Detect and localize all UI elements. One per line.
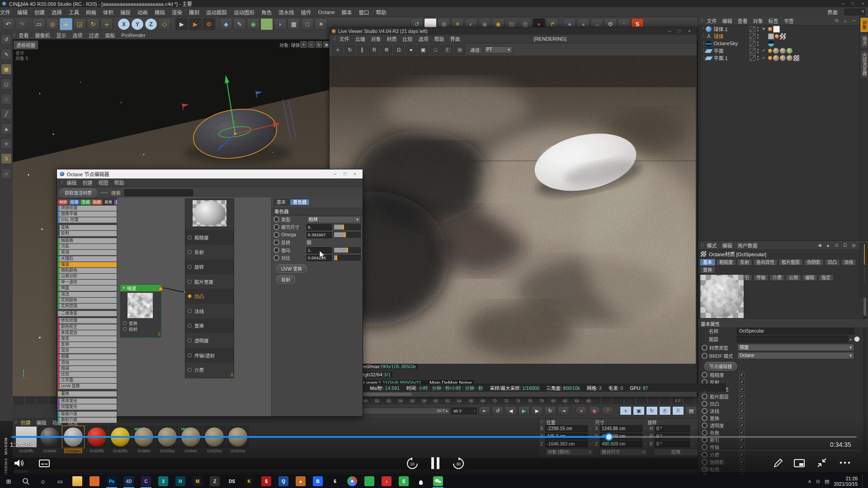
menu-item[interactable]: 窗口	[359, 9, 369, 16]
node-type-item[interactable]: 吸收介质	[58, 412, 117, 417]
editor-visibility-toggle[interactable]	[750, 48, 755, 54]
node-type-item[interactable]: OSL 纹理	[58, 217, 117, 223]
lv-titlebar[interactable]: Live Viewer Studio V4.04-R2 (21 days lef…	[330, 28, 697, 35]
object-name[interactable]: 平面	[713, 47, 746, 54]
render-marked-icon[interactable]: ▶	[189, 18, 202, 30]
material-name[interactable]: OctDiffu	[18, 449, 35, 453]
node-type-item[interactable]: 添加	[58, 360, 117, 366]
search-button[interactable]	[17, 474, 34, 488]
scale-tool-icon[interactable]: ◲	[73, 18, 86, 30]
back-icon[interactable]: ◀	[816, 243, 823, 248]
channel-checkbox[interactable]: ✓	[739, 386, 745, 392]
quixel-icon[interactable]: Q	[275, 474, 292, 488]
category-chip[interactable]: 材质	[58, 200, 68, 205]
gamma-slider[interactable]	[334, 247, 361, 253]
type-dropdown[interactable]: 柏林▾	[307, 216, 361, 223]
lv-render-ball-icon[interactable]: ●	[406, 45, 416, 55]
anim-dot[interactable]	[702, 452, 708, 458]
menu-item[interactable]: 文件	[0, 9, 10, 16]
anim-dot[interactable]	[702, 394, 708, 399]
viewport-menu-item[interactable]: 摄像机	[35, 32, 50, 39]
material-name[interactable]: OctSpec	[64, 449, 83, 453]
spline-pen-icon[interactable]: ✎	[233, 18, 246, 30]
node-type-item[interactable]: UVW 变换	[58, 384, 117, 389]
lv-menu-item[interactable]: 云端	[355, 35, 365, 42]
anim-dot[interactable]	[702, 372, 708, 378]
rewind-10-button[interactable]: 10	[406, 457, 419, 470]
object-tag[interactable]	[775, 41, 781, 47]
editor-visibility-toggle[interactable]	[750, 26, 755, 32]
object-row[interactable]: └ 人 球体	[698, 33, 857, 40]
lv-restart-icon[interactable]: R	[369, 45, 380, 55]
object-tag[interactable]	[773, 26, 780, 33]
coord-mode-dropdown[interactable]: 对象 (相对)▾	[545, 449, 593, 456]
material-input-pin[interactable]: 置换	[185, 319, 234, 333]
redo-icon[interactable]: ↷	[15, 18, 28, 30]
am-vertical-tab[interactable]	[863, 266, 865, 284]
attribute-scrollbar[interactable]	[863, 274, 867, 454]
anim-dot[interactable]	[702, 430, 708, 436]
anim-dot[interactable]	[702, 422, 708, 428]
wechat-icon[interactable]	[429, 474, 447, 488]
attribute-tab[interactable]: 法线	[841, 259, 856, 266]
ne-titlebar[interactable]: Octane 节点编辑器 ─ □ ×	[57, 169, 363, 178]
ne-minimize-button[interactable]: ─	[330, 171, 340, 177]
render-image[interactable]	[330, 56, 696, 364]
channel-row[interactable]: 法线 ✓	[699, 407, 862, 414]
resize-grip[interactable]: ⣿	[231, 373, 233, 377]
menu-item[interactable]: 模拟	[155, 9, 165, 16]
maximize-button[interactable]: □	[848, 1, 858, 6]
channel-checkbox[interactable]: ✓	[739, 415, 745, 421]
rotate-tool-icon[interactable]: ↻	[87, 18, 99, 30]
omega-slider[interactable]	[334, 232, 361, 238]
category-chip[interactable]: 生成	[80, 200, 91, 205]
live-selection-icon[interactable]: ◎	[46, 18, 59, 30]
menu-item[interactable]: 工具	[69, 9, 79, 16]
lv-focus-pick-icon[interactable]: Ⓕ	[442, 45, 453, 55]
visibility-dots[interactable]	[757, 41, 759, 46]
object-tag[interactable]	[780, 55, 786, 61]
ne-menu-item[interactable]: 视图	[99, 179, 108, 186]
object-row[interactable]: └ 平面 ✓	[698, 47, 857, 54]
object-tag[interactable]	[780, 33, 786, 39]
lv-region-icon[interactable]: ▣	[418, 45, 429, 55]
anim-dot[interactable]	[702, 444, 708, 450]
ne-section-header[interactable]: 着色器	[272, 207, 363, 216]
visibility-dots[interactable]	[757, 27, 759, 32]
viewport-menu-item[interactable]: 面板	[105, 32, 115, 39]
material-input-pin[interactable]: 介质	[185, 362, 234, 377]
node-type-item[interactable]: 渐变	[58, 336, 117, 342]
target-icon[interactable]: ◎	[850, 243, 857, 248]
viewport-rotate-icon[interactable]: ↻	[316, 41, 322, 48]
menu-item[interactable]: 创建	[34, 9, 45, 16]
taskbar-clock[interactable]: 21:26 2021/10/15	[834, 476, 858, 487]
channel-checkbox[interactable]: ✓	[739, 466, 745, 472]
chrome-icon[interactable]	[344, 474, 361, 488]
soda-icon[interactable]: S	[395, 474, 412, 488]
z-axis-lock-icon[interactable]: Z	[145, 18, 157, 30]
lv-lock-icon[interactable]: Ω	[393, 45, 404, 55]
position-field[interactable]: -1646.363 cm	[545, 441, 588, 447]
uvw-transform-button[interactable]: UVW 变换	[276, 264, 307, 273]
section-header[interactable]: 基本属性	[698, 319, 868, 328]
home-icon[interactable]: ⌂	[842, 18, 849, 23]
node-type-item[interactable]: 侧面	[58, 286, 117, 291]
node-type-item[interactable]: 图像平铺	[58, 211, 117, 217]
material-input-pin[interactable]: 粗糙度	[185, 230, 234, 245]
visibility-dots[interactable]	[757, 56, 759, 61]
object-tag[interactable]	[793, 48, 799, 54]
size-mode-dropdown[interactable]: 绝对尺寸▾	[599, 449, 647, 456]
node-search-input[interactable]	[124, 189, 193, 196]
menu-item[interactable]: Octane	[318, 9, 335, 15]
coord-system-icon[interactable]: ◇	[158, 18, 171, 30]
video-back-button[interactable]: ←	[16, 1, 24, 9]
projection-button[interactable]: 投射	[276, 275, 295, 284]
menu-item[interactable]: 网格	[86, 9, 96, 16]
menu-item[interactable]: 体积	[103, 9, 113, 16]
attribute-tab[interactable]: 凹凸	[825, 259, 840, 266]
film-icon[interactable]: ▤	[685, 406, 697, 415]
light-icon[interactable]: ☀	[315, 18, 327, 30]
polygons-mode-icon[interactable]: ▲	[1, 123, 12, 134]
collapse-icon[interactable]: ─	[850, 18, 857, 23]
attribute-tab[interactable]: 伪阴影	[804, 259, 824, 266]
